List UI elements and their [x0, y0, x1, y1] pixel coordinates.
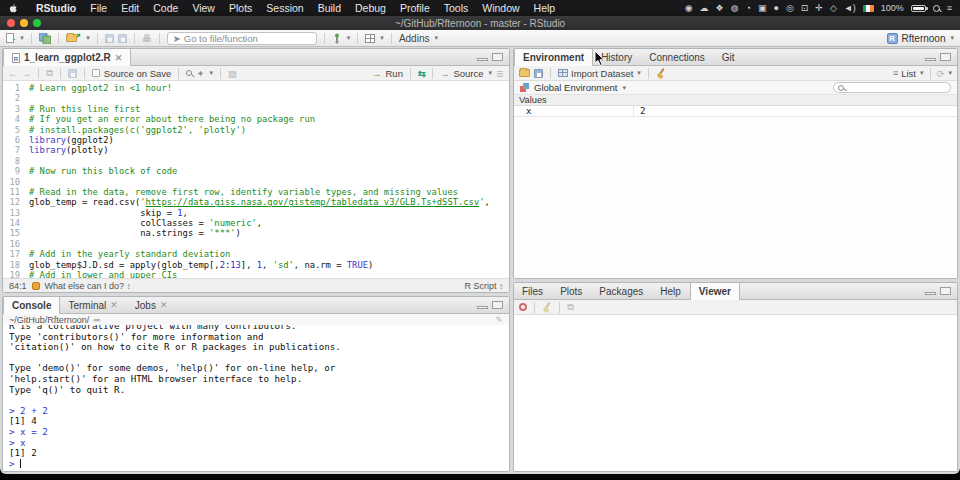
shape-icon[interactable]: ◇ — [830, 0, 837, 16]
tab-environment[interactable]: Environment — [514, 49, 593, 66]
console-output[interactable]: R is a collaborative project with many c… — [3, 325, 509, 471]
tab-console[interactable]: Console — [3, 297, 60, 314]
code-line[interactable]: 4# If you get an error about there being… — [3, 114, 509, 124]
code-line[interactable]: 10 — [3, 177, 509, 187]
code-line[interactable]: 16 — [3, 239, 509, 249]
menu-item-debug[interactable]: Debug — [348, 2, 393, 14]
save-button[interactable] — [105, 34, 114, 43]
minimize-pane-icon[interactable] — [477, 306, 488, 309]
code-line[interactable]: 19# Add in lower and upper CIs — [3, 270, 509, 278]
environment-search-input[interactable] — [833, 82, 951, 93]
list-view-selector[interactable]: List — [901, 68, 916, 79]
refresh-dropdown[interactable]: ▾ — [948, 69, 952, 77]
goto-file-function-input[interactable]: ➤ Go to file/function — [167, 32, 317, 45]
version-control-icon[interactable] — [332, 32, 342, 45]
clear-environment-icon[interactable] — [656, 68, 666, 78]
file-type-selector[interactable]: R Script ↕ — [464, 281, 503, 291]
tab-git[interactable]: Git — [714, 49, 744, 65]
document-outline-icon[interactable]: ≣ — [496, 68, 504, 79]
notification-center-icon[interactable]: ≡ — [947, 0, 952, 16]
apple-icon[interactable] — [8, 3, 19, 14]
goto-directory-icon[interactable]: ➦ — [93, 315, 101, 325]
tab-packages[interactable]: Packages — [591, 283, 652, 299]
source-on-save-checkbox[interactable] — [92, 69, 100, 77]
code-editor[interactable]: 1# Learn ggplot2 in <1 hour!23# Run this… — [3, 81, 509, 278]
code-tools-dropdown[interactable]: ▾ — [209, 69, 213, 77]
code-line[interactable]: 18glob_temp$J.D.sd = apply(glob_temp[,2:… — [3, 260, 509, 270]
code-tools-icon[interactable]: ✦ — [196, 68, 204, 79]
load-workspace-icon[interactable] — [519, 67, 530, 80]
menu-item-edit[interactable]: Edit — [114, 2, 146, 14]
record-icon[interactable]: ◉ — [685, 0, 693, 16]
section-navigator[interactable]: What else can I do? ↕ — [45, 281, 131, 291]
tab-terminal[interactable]: Terminal✕ — [60, 297, 126, 313]
tab-plots[interactable]: Plots — [552, 283, 591, 299]
code-line[interactable]: 15 na.strings = '***') — [3, 228, 509, 238]
save-source-button[interactable] — [68, 69, 77, 78]
save-all-button[interactable] — [118, 34, 127, 43]
play-circle-icon[interactable]: ◔ — [746, 0, 751, 16]
menu-item-help[interactable]: Help — [527, 2, 563, 14]
window-manager-icon[interactable]: ▣ — [758, 0, 767, 16]
source-button[interactable]: Source — [453, 68, 483, 79]
menu-item-session[interactable]: Session — [259, 2, 310, 14]
back-icon[interactable]: ← — [8, 68, 18, 79]
stop-viewer-icon[interactable] — [519, 303, 527, 311]
menu-item-profile[interactable]: Profile — [393, 2, 437, 14]
close-jobs-icon[interactable]: ✕ — [160, 300, 168, 310]
pane-layout-icon[interactable] — [365, 34, 375, 43]
close-terminal-icon[interactable]: ✕ — [110, 300, 118, 310]
popout-icon[interactable]: ⧉ — [46, 67, 53, 79]
code-line[interactable]: 14 colClasses = 'numeric', — [3, 218, 509, 228]
tab-jobs[interactable]: Jobs✕ — [127, 297, 177, 313]
version-control-dropdown[interactable]: ▾ — [347, 34, 351, 42]
import-dataset-button[interactable]: Import Dataset ▾ — [558, 68, 641, 79]
code-line[interactable]: 17# Add in the yearly standard deviation — [3, 249, 509, 259]
flag-icon[interactable] — [863, 5, 874, 12]
menu-extra-icon[interactable]: ● — [773, 0, 778, 16]
volume-icon[interactable]: ◄) — [844, 0, 856, 16]
menu-item-view[interactable]: View — [185, 2, 222, 14]
code-line[interactable]: 11# Read in the data, remove first row, … — [3, 187, 509, 197]
menu-item-window[interactable]: Window — [475, 2, 526, 14]
scope-dropdown[interactable]: ▾ — [622, 84, 626, 92]
code-line[interactable]: 7library(plotly) — [3, 145, 509, 155]
move-icon[interactable]: ✛ — [815, 0, 823, 16]
wordpress-icon[interactable]: ◍ — [731, 0, 739, 16]
run-button[interactable]: Run — [386, 68, 403, 79]
zoom-window-button[interactable] — [33, 19, 41, 27]
save-workspace-icon[interactable] — [534, 69, 543, 78]
tab-connections[interactable]: Connections — [641, 49, 714, 65]
menu-item-code[interactable]: Code — [146, 2, 185, 14]
menu-item-build[interactable]: Build — [311, 2, 348, 14]
code-line[interactable]: 1# Learn ggplot2 in <1 hour! — [3, 83, 509, 93]
print-icon[interactable]: 🖶 — [142, 32, 152, 45]
new-project-button[interactable] — [39, 32, 51, 45]
maximize-pane-icon[interactable] — [492, 301, 503, 309]
tab-viewer[interactable]: Viewer — [690, 283, 740, 300]
code-line[interactable]: 9# Now run this block of code — [3, 166, 509, 176]
minimize-pane-icon[interactable] — [925, 58, 936, 61]
maximize-pane-icon[interactable] — [940, 287, 951, 295]
addins-menu[interactable]: Addins — [399, 33, 430, 44]
source-tab[interactable]: R 1_learn_ggplot2.R ✕ — [3, 49, 131, 66]
window-titlebar[interactable]: ~/GitHub/Rfternoon - master - RStudio — [0, 16, 960, 30]
code-line[interactable]: 8 — [3, 156, 509, 166]
minimize-pane-icon[interactable] — [477, 58, 488, 61]
maximize-pane-icon[interactable] — [492, 53, 503, 61]
addins-dropdown[interactable]: ▾ — [434, 34, 438, 42]
environment-value-row[interactable]: x2 — [514, 106, 957, 117]
new-file-dropdown[interactable]: ▾ — [20, 34, 24, 42]
menu-item-file[interactable]: File — [83, 2, 114, 14]
tab-files[interactable]: Files — [514, 283, 552, 299]
code-line[interactable]: 6library(ggplot2) — [3, 135, 509, 145]
menu-item-tools[interactable]: Tools — [437, 2, 476, 14]
open-file-dropdown[interactable]: ▾ — [86, 34, 90, 42]
compile-report-icon[interactable]: ▤ — [228, 68, 237, 79]
airplay-icon[interactable]: ⊡ — [801, 0, 809, 16]
clear-viewer-icon[interactable] — [542, 302, 552, 312]
spotlight-search-icon[interactable] — [933, 5, 940, 12]
close-window-button[interactable] — [7, 19, 15, 27]
code-line[interactable]: 3# Run this line first — [3, 104, 509, 114]
new-file-button[interactable]: + — [6, 32, 15, 45]
